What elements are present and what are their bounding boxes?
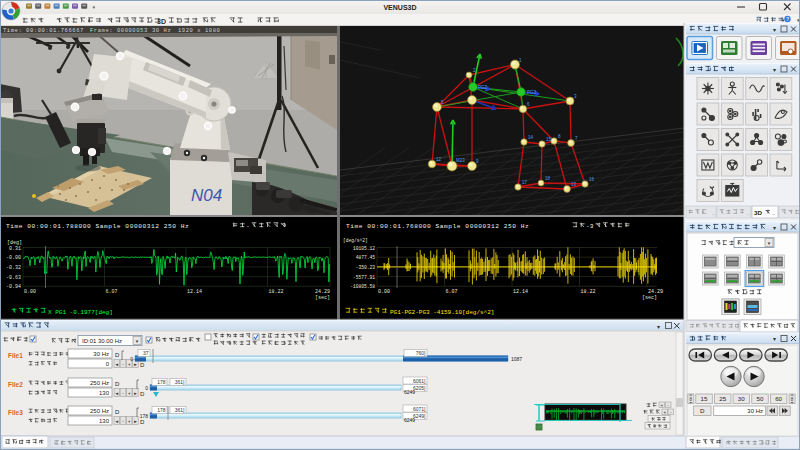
svg-text:PG2: PG2: [478, 85, 488, 90]
svg-text:D: D: [140, 362, 145, 368]
svg-text:3D: 3D: [754, 209, 762, 216]
svg-text:361]: 361]: [175, 379, 185, 385]
svg-text:▾: ▾: [773, 67, 776, 73]
svg-text:12.14: 12.14: [187, 289, 202, 295]
svg-text:..: ..: [747, 210, 750, 216]
svg-text:D: D: [700, 407, 705, 414]
svg-text:D: D: [140, 419, 145, 425]
svg-text:Time 00:00:01.768000 Sampl: Time 00:00:01.768000 Sample 00000312 250…: [346, 223, 529, 230]
svg-text:►: ►: [133, 391, 137, 396]
svg-text:12.14: 12.14: [513, 289, 528, 295]
svg-text:..: ..: [772, 210, 775, 216]
svg-text:1087: 1087: [511, 356, 522, 362]
svg-text:Time 00:00:01.788000 Sampl: Time 00:00:01.788000 Sample 00000312 250…: [6, 223, 189, 230]
svg-text:◄: ◄: [115, 419, 119, 424]
svg-text:Time: 00:00:01.766667: Time: 00:00:01.766667: [3, 27, 84, 34]
svg-text:-0.32: -0.32: [6, 265, 21, 271]
svg-text:-10805.58: -10805.58: [350, 284, 375, 289]
svg-text:18: 18: [545, 176, 551, 181]
svg-text:30 Hz: 30 Hz: [93, 351, 109, 357]
svg-text:File1: File1: [8, 352, 23, 359]
svg-text:3D: 3D: [157, 18, 166, 25]
svg-text:178: 178: [140, 413, 149, 419]
svg-text:[deg/s^2]: [deg/s^2]: [343, 238, 368, 243]
svg-text:0: 0: [145, 385, 148, 391]
svg-text:37: 37: [143, 350, 149, 356]
svg-text:6249: 6249: [404, 389, 415, 395]
svg-text:◄: ◄: [115, 391, 119, 396]
svg-text:Frame: 00000053: Frame: 00000053: [90, 27, 148, 34]
svg-text:▾: ▾: [657, 324, 660, 330]
svg-text:16: 16: [589, 177, 595, 182]
svg-text:178: 178: [157, 407, 166, 413]
svg-text:-3: -3: [586, 223, 594, 230]
svg-text:-0.94: -0.94: [6, 284, 21, 290]
svg-text:0.00: 0.00: [378, 289, 390, 295]
svg-text:0: 0: [130, 356, 133, 362]
svg-text:30 Hz: 30 Hz: [747, 408, 763, 414]
svg-text:130: 130: [99, 390, 110, 396]
svg-text:[sec]: [sec]: [315, 295, 330, 301]
svg-text:-5577.91: -5577.91: [353, 275, 375, 280]
svg-text:18.22: 18.22: [581, 289, 596, 295]
svg-text:File3: File3: [8, 409, 23, 416]
svg-text:250 Hz: 250 Hz: [90, 380, 109, 386]
svg-text:760]: 760]: [416, 350, 426, 356]
svg-text:▾: ▾: [773, 336, 776, 342]
svg-text:►: ►: [133, 362, 137, 367]
svg-text:ID:01 30.00 Hz: ID:01 30.00 Hz: [82, 338, 122, 344]
svg-text:60: 60: [775, 395, 782, 402]
svg-text:+: +: [128, 391, 131, 396]
svg-text:►: ►: [133, 419, 137, 424]
svg-text:X PG1 -0.1977[deg]: X PG1 -0.1977[deg]: [48, 309, 113, 316]
svg-text:50: 50: [757, 395, 764, 402]
svg-text:◄: ◄: [115, 362, 119, 367]
svg-text:M23: M23: [456, 158, 465, 163]
svg-text:-0.00: -0.00: [6, 255, 21, 261]
svg-text:-350.23: -350.23: [356, 265, 376, 270]
svg-text:12: 12: [436, 157, 442, 162]
svg-text:15: 15: [701, 395, 708, 402]
svg-text:6.07: 6.07: [106, 289, 118, 295]
svg-text:250 Hz: 250 Hz: [90, 408, 109, 414]
svg-text:▾: ▾: [773, 225, 776, 231]
svg-text:4877.45: 4877.45: [356, 255, 376, 260]
svg-text:0.00: 0.00: [24, 289, 36, 295]
svg-text:PG1-PG2-PG3 -4159.10[deg/s^2: PG1-PG2-PG3 -4159.10[deg/s^2]: [390, 309, 494, 316]
svg-text:N04: N04: [191, 186, 222, 205]
svg-text:+: +: [128, 362, 131, 367]
svg-text:30: 30: [738, 395, 745, 402]
svg-text:17: 17: [522, 180, 528, 185]
svg-text:[sec]: [sec]: [642, 295, 657, 301]
svg-text:VENUS3D: VENUS3D: [383, 4, 416, 11]
svg-text:..: ..: [712, 210, 715, 216]
svg-text:30 Hz: 30 Hz: [152, 27, 171, 34]
svg-text:PG3: PG3: [527, 90, 537, 95]
svg-text:+: +: [660, 403, 663, 408]
svg-text:D: D: [140, 391, 145, 397]
svg-text:25: 25: [719, 395, 726, 402]
svg-text:+: +: [663, 410, 666, 415]
svg-text:-0.63: -0.63: [6, 275, 21, 281]
svg-text:0.31: 0.31: [9, 246, 21, 252]
svg-text:?: ?: [786, 17, 789, 22]
svg-text:14: 14: [528, 135, 534, 140]
svg-text:18.22: 18.22: [269, 289, 284, 295]
svg-text:6.07: 6.07: [446, 289, 458, 295]
svg-text:D: D: [115, 381, 120, 387]
svg-text:130: 130: [99, 418, 110, 424]
svg-text:15: 15: [546, 137, 552, 142]
svg-text:D: D: [115, 409, 120, 415]
svg-text:178: 178: [157, 379, 166, 385]
svg-text:6061]: 6061]: [413, 378, 426, 384]
svg-text:▾: ▾: [773, 27, 776, 33]
svg-text:10105.12: 10105.12: [353, 246, 375, 251]
svg-text:13: 13: [571, 182, 577, 187]
svg-text:1920 x 1080: 1920 x 1080: [178, 27, 220, 34]
svg-text:+: +: [128, 419, 131, 424]
svg-text:File2: File2: [8, 381, 23, 388]
svg-text:6071]: 6071]: [413, 406, 426, 412]
svg-text:-: -: [246, 223, 250, 230]
svg-text:361]: 361]: [175, 407, 185, 413]
svg-text:6249: 6249: [404, 417, 415, 423]
